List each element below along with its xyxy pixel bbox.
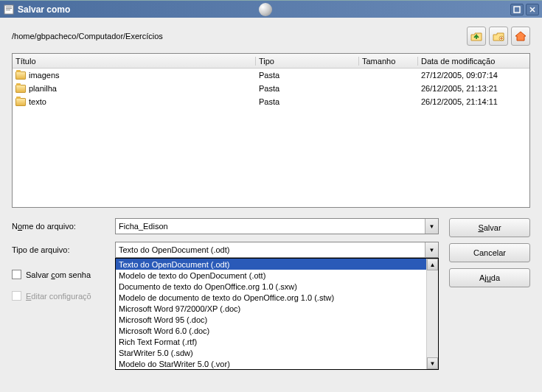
file-type: Pasta [256,97,359,106]
column-headers: Título Tipo Tamanho Data de modificação [13,54,529,69]
file-type: Pasta [256,84,359,93]
dropdown-option[interactable]: Microsoft Word 6.0 (.doc) [116,325,426,336]
column-tipo[interactable]: Tipo [256,57,359,66]
column-data[interactable]: Data de modificação [418,57,529,66]
column-tamanho[interactable]: Tamanho [359,57,418,66]
svg-rect-4 [514,7,520,13]
home-button[interactable] [511,27,530,46]
svg-rect-2 [6,8,12,9]
close-button[interactable] [526,4,539,15]
folder-icon [15,98,26,106]
dropdown-option[interactable]: Texto do OpenDocument (.odt) [116,259,426,270]
column-titulo[interactable]: Título [13,57,256,66]
file-date: 26/12/2005, 21:14:11 [418,97,529,106]
file-name: imagens [29,71,60,80]
file-date: 26/12/2005, 21:13:21 [418,84,529,93]
dropdown-option[interactable]: Documento de texto do OpenOffice.org 1.0… [116,281,426,292]
dropdown-scrollbar[interactable]: ▲ ▼ [426,259,438,369]
titlebar: Salvar como [0,0,542,18]
help-button[interactable]: Ajuda [449,268,530,287]
app-icon [3,4,15,15]
file-name: texto [29,97,46,106]
dropdown-option[interactable]: Modelo do StarWriter 5.0 (.vor) [116,358,426,369]
svg-rect-3 [6,10,10,10]
file-type: Pasta [256,71,359,80]
dialog-body: /home/gbpacheco/Computador/Exercícios Tí… [0,18,542,392]
file-name: planilha [29,84,57,93]
dropdown-option[interactable]: Modelo de texto do OpenDocument (.ott) [116,270,426,281]
folder-icon [15,85,26,93]
filetype-value: Texto do OpenDocument (.odt) [119,245,229,254]
edit-settings-checkbox [12,291,21,301]
window-controls [510,4,539,15]
folder-icon [15,71,26,80]
file-row[interactable]: imagensPasta27/12/2005, 09:07:14 [13,69,529,82]
filetype-label: Tipo de arquivo: [12,245,115,254]
svg-rect-1 [6,7,12,7]
current-path: /home/gbpacheco/Computador/Exercícios [12,32,163,41]
filetype-dropdown[interactable]: Texto do OpenDocument (.odt)Modelo de te… [115,258,439,370]
cancel-button[interactable]: Cancelar [449,243,530,262]
file-list[interactable]: Título Tipo Tamanho Data de modificação … [12,53,530,208]
file-date: 27/12/2005, 09:07:14 [418,71,529,80]
scroll-down-icon[interactable]: ▼ [427,357,438,369]
dropdown-option[interactable]: Modelo de documento de texto do OpenOffi… [116,292,426,303]
filename-input[interactable] [119,222,435,231]
filename-label: Nome do arquivo: [12,222,115,231]
new-folder-button[interactable] [489,27,508,46]
save-button[interactable]: Salvar [449,218,530,237]
scroll-up-icon[interactable]: ▲ [427,259,438,270]
dropdown-option[interactable]: Microsoft Word 95 (.doc) [116,314,426,325]
window-title: Salvar como [18,4,256,15]
up-directory-button[interactable] [467,27,486,46]
password-checkbox[interactable] [12,270,21,279]
dropdown-option[interactable]: Rich Text Format (.rtf) [116,336,426,347]
chevron-down-icon[interactable]: ▼ [425,242,438,257]
dropdown-option[interactable]: Microsoft Word 97/2000/XP (.doc) [116,303,426,314]
app-logo [259,3,272,16]
chevron-down-icon[interactable]: ▼ [425,219,438,234]
maximize-button[interactable] [510,4,524,15]
filename-combo[interactable]: ▼ [115,218,439,234]
file-row[interactable]: textoPasta26/12/2005, 21:14:11 [13,95,529,108]
file-row[interactable]: planilhaPasta26/12/2005, 21:13:21 [13,82,529,95]
dropdown-option[interactable]: StarWriter 5.0 (.sdw) [116,347,426,358]
filetype-combo[interactable]: Texto do OpenDocument (.odt) ▼ [115,242,439,258]
